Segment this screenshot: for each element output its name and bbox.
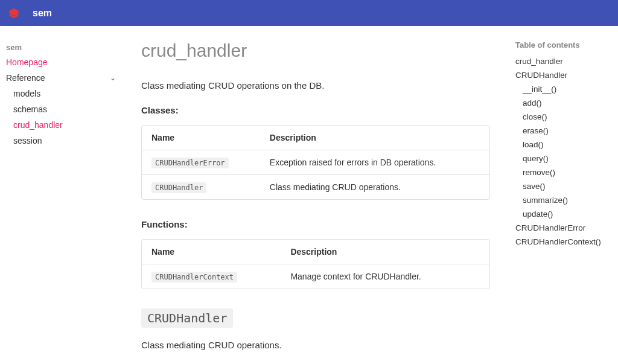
toc-item[interactable]: query() (515, 152, 612, 165)
page-title: crud_handler (141, 40, 490, 61)
functions-label: Functions: (141, 219, 490, 229)
toc-item[interactable]: erase() (515, 124, 612, 138)
classes-table: Name Description CRUDHandlerError Except… (141, 125, 490, 200)
chevron-down-icon: ⌄ (110, 74, 121, 82)
table-header-row: Name Description (142, 126, 489, 150)
class-desc-cell: Class mediating CRUD operations. (260, 175, 489, 199)
logo-icon[interactable] (7, 7, 21, 20)
table-row: CRUDHandlerError Exception raised for er… (142, 150, 489, 175)
page-lead: Class mediating CRUD operations on the D… (141, 80, 490, 91)
class-name-cell: CRUDHandlerError (142, 150, 260, 175)
code-badge[interactable]: CRUDHandlerError (151, 158, 229, 168)
toc-item[interactable]: remove() (515, 165, 612, 179)
th-name: Name (142, 240, 281, 264)
toc-item[interactable]: __init__() (515, 82, 612, 96)
main-container: sem Homepage Reference ⌄ models schemas … (0, 26, 618, 364)
section-crudhandler: CRUDHandler Class mediating CRUD operati… (141, 308, 490, 350)
nav-schemas[interactable]: schemas (13, 101, 121, 117)
classes-label: Classes: (141, 105, 490, 115)
th-description: Description (281, 240, 489, 264)
toc-item[interactable]: crud_handler (515, 54, 612, 68)
nav-homepage[interactable]: Homepage (6, 54, 121, 70)
nav-reference[interactable]: Reference ⌄ (6, 70, 121, 86)
function-desc-cell: Manage context for CRUDHandler. (281, 264, 489, 289)
table-row: CRUDHandlerContext Manage context for CR… (142, 264, 489, 289)
nav-session[interactable]: session (13, 133, 121, 148)
toc-item[interactable]: load() (515, 138, 612, 152)
class-desc-cell: Exception raised for errors in DB operat… (260, 150, 489, 175)
toc-item[interactable]: save() (515, 179, 612, 193)
toc-item[interactable]: update() (515, 207, 612, 221)
function-name-cell: CRUDHandlerContext (142, 264, 281, 289)
app-title[interactable]: sem (33, 8, 52, 19)
th-description: Description (260, 126, 489, 150)
main-content: crud_handler Class mediating CRUD operat… (127, 26, 509, 364)
section-heading: CRUDHandler (141, 308, 233, 328)
nav-models[interactable]: models (13, 86, 121, 101)
app-header: sem (0, 0, 618, 26)
toc-heading: Table of contents (515, 40, 612, 49)
functions-table: Name Description CRUDHandlerContext Mana… (141, 239, 490, 289)
toc-item[interactable]: close() (515, 110, 612, 124)
toc-list: crud_handlerCRUDHandler__init__()add()cl… (515, 54, 612, 249)
toc-item[interactable]: CRUDHandler (515, 68, 612, 82)
nav-reference-children: models schemas crud_handler session (6, 86, 121, 148)
toc-item[interactable]: CRUDHandlerContext() (515, 235, 612, 249)
code-badge[interactable]: CRUDHandler (151, 182, 206, 193)
code-badge[interactable]: CRUDHandlerContext (151, 272, 237, 283)
table-header-row: Name Description (142, 240, 489, 264)
sidebar-nav: sem Homepage Reference ⌄ models schemas … (0, 26, 127, 364)
toc-item[interactable]: summarize() (515, 193, 612, 207)
nav-heading: sem (6, 40, 121, 54)
section-desc: Class mediating CRUD operations. (141, 340, 490, 350)
class-name-cell: CRUDHandler (142, 175, 260, 199)
nav-reference-label: Reference (6, 73, 45, 83)
nav-crud-handler[interactable]: crud_handler (13, 117, 121, 133)
toc-sidebar: Table of contents crud_handlerCRUDHandle… (509, 26, 618, 364)
toc-item[interactable]: add() (515, 96, 612, 110)
th-name: Name (142, 126, 260, 150)
table-row: CRUDHandler Class mediating CRUD operati… (142, 175, 489, 199)
toc-item[interactable]: CRUDHandlerError (515, 221, 612, 235)
